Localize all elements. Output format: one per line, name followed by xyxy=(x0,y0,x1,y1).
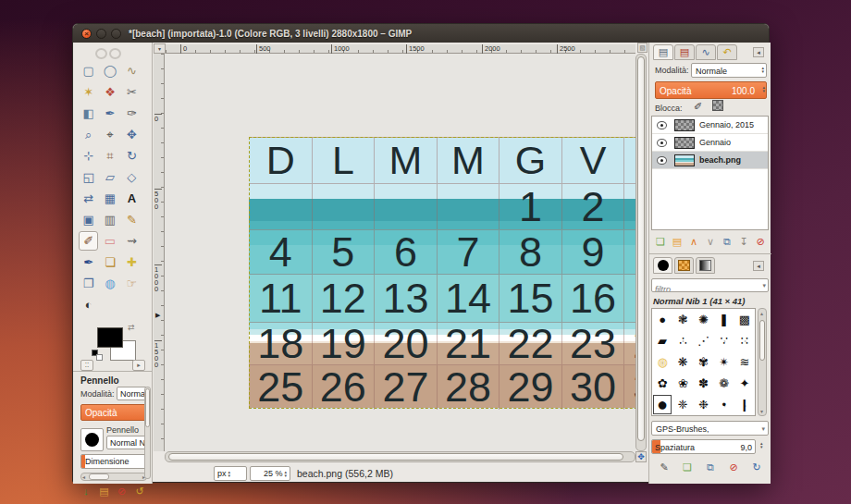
layer-thumbnail[interactable] xyxy=(674,137,695,149)
save-options-button[interactable]: ↓ xyxy=(79,484,93,498)
tool-options-hscrollbar[interactable]: ◂▸ xyxy=(80,473,147,481)
calendar-image[interactable]: DLMMGVS123456789101112131415161718192021… xyxy=(249,137,635,409)
vertical-scrollbar[interactable] xyxy=(635,54,647,451)
brush-swatch[interactable]: ≋ xyxy=(734,351,755,373)
brush-name-button[interactable]: Normal N xyxy=(106,436,147,449)
brush-swatch[interactable]: ∵ xyxy=(714,330,734,351)
default-colors-icon[interactable] xyxy=(92,350,103,361)
layer-row[interactable]: Gennaio, 2015 xyxy=(652,117,768,134)
toolbox-config-icon[interactable]: ⁚⁚ xyxy=(80,360,93,371)
duplicate-brush-button[interactable]: ⧉ xyxy=(703,460,718,474)
new-layer-button[interactable]: ❏ xyxy=(653,234,668,249)
tool-text[interactable]: A xyxy=(122,189,142,208)
tool-eraser[interactable]: ▭ xyxy=(100,231,119,251)
brush-preview-button[interactable] xyxy=(80,428,104,451)
brush-swatch[interactable]: ✾ xyxy=(693,351,713,373)
brush-filter-field[interactable]: ▾ xyxy=(651,278,769,292)
unit-dropdown[interactable]: px▴▾ xyxy=(214,466,247,481)
tool-bucket-fill[interactable]: ▣ xyxy=(79,210,98,229)
tool-perspective[interactable]: ◇ xyxy=(122,167,142,187)
brushes-menu-button[interactable]: ◂ xyxy=(753,261,764,271)
raise-layer-button[interactable]: ∧ xyxy=(686,234,701,249)
visibility-eye-icon[interactable] xyxy=(657,156,667,165)
visibility-eye-icon[interactable] xyxy=(657,121,667,129)
duplicate-layer-button[interactable]: ⧉ xyxy=(720,234,734,249)
tool-gradient[interactable]: ▥ xyxy=(100,210,119,229)
zoom-spinner[interactable]: 25 %▴▾ xyxy=(250,466,290,481)
layer-name[interactable]: beach.png xyxy=(699,155,741,165)
layer-name[interactable]: Gennaio xyxy=(699,138,731,147)
layer-name[interactable]: Gennaio, 2015 xyxy=(699,120,754,129)
zoom-follow-window-button[interactable]: ▧ xyxy=(637,43,648,53)
brush-swatch[interactable]: ❚ xyxy=(714,309,734,330)
brush-swatch[interactable]: ∷ xyxy=(734,330,755,351)
brush-swatch[interactable]: ∴ xyxy=(672,330,693,351)
tool-heal[interactable]: ✚ xyxy=(122,252,142,272)
lock-alpha-icon[interactable] xyxy=(712,100,723,111)
tool-shear[interactable]: ▱ xyxy=(100,167,119,187)
tool-ink[interactable]: ✒ xyxy=(79,252,98,272)
brush-grid-scrollbar[interactable]: ▴▾ xyxy=(758,308,767,416)
tool-rectangle-select[interactable]: ▢ xyxy=(79,61,98,80)
tool-dodge-burn[interactable]: ◐ xyxy=(79,295,98,314)
brush-swatch[interactable]: ⋰ xyxy=(693,330,713,351)
tool-zoom[interactable]: ⌕ xyxy=(79,125,98,144)
reset-options-button[interactable]: ↺ xyxy=(132,484,147,498)
visibility-eye-icon[interactable] xyxy=(657,139,667,147)
horizontal-scrollbar[interactable] xyxy=(165,451,635,462)
tool-crop[interactable]: ⌗ xyxy=(100,146,119,166)
brush-swatch[interactable]: ▩ xyxy=(734,309,755,330)
layer-row[interactable]: Gennaio xyxy=(652,134,768,152)
tool-rotate[interactable]: ↻ xyxy=(122,146,142,166)
layer-opacity-slider[interactable]: Opacità 100.0 ▴▾ xyxy=(655,81,767,99)
brush-swatch[interactable]: • xyxy=(714,394,734,415)
spacing-slider[interactable]: Spaziatura 9,0 xyxy=(651,439,756,454)
brush-swatch[interactable]: ✦ xyxy=(734,373,755,394)
brush-swatch[interactable]: ❙ xyxy=(734,394,755,415)
tool-clone[interactable]: ❏ xyxy=(100,252,119,272)
brush-swatch[interactable]: ✴ xyxy=(714,351,734,373)
tool-move[interactable]: ✥ xyxy=(122,125,142,144)
horizontal-ruler[interactable]: ▼05001000150020002500 xyxy=(166,44,635,54)
tool-free-select[interactable]: ∿ xyxy=(122,61,142,80)
maximize-button[interactable] xyxy=(111,29,121,39)
tab-paths[interactable]: ∿ xyxy=(696,44,716,60)
new-brush-button[interactable]: ❏ xyxy=(680,460,695,474)
brush-swatch[interactable]: ● xyxy=(652,309,672,330)
tab-undo-history[interactable]: ↶ xyxy=(717,44,737,60)
refresh-brushes-button[interactable]: ↻ xyxy=(749,460,764,474)
spacing-spinner[interactable]: ▴▾ xyxy=(760,441,763,449)
layer-thumbnail[interactable] xyxy=(674,119,695,131)
mode-dropdown[interactable]: Norma xyxy=(117,387,147,400)
tool-blur-sharpen[interactable]: ◍ xyxy=(100,274,119,293)
tool-measure[interactable]: ⌖ xyxy=(100,125,119,144)
vertical-ruler[interactable]: ▶050010001500 xyxy=(154,54,165,451)
layer-thumbnail[interactable] xyxy=(674,154,695,166)
tool-select-by-color[interactable]: ❖ xyxy=(100,82,119,102)
toolbox-menu-icon[interactable]: ▸ xyxy=(132,360,145,371)
lock-pixels-icon[interactable]: ✐ xyxy=(694,101,702,113)
tool-smudge[interactable]: ☞ xyxy=(122,274,142,293)
new-layer-group-button[interactable]: ▤ xyxy=(670,234,684,249)
anchor-layer-button[interactable]: ↧ xyxy=(736,234,751,249)
titlebar[interactable]: × *[beach] (importata)-1.0 (Colore RGB, … xyxy=(73,24,769,43)
brush-swatch[interactable]: ▰ xyxy=(652,330,672,351)
tool-perspective-clone[interactable]: ❐ xyxy=(79,274,98,293)
tool-pencil[interactable]: ✎ xyxy=(122,210,142,229)
tool-cage-transform[interactable]: ▦ xyxy=(100,189,119,208)
tool-color-picker[interactable]: ✑ xyxy=(122,104,142,123)
tab-layers[interactable]: ▤ xyxy=(653,44,673,60)
canvas-viewport[interactable]: DLMMGVS123456789101112131415161718192021… xyxy=(165,54,635,451)
opacity-slider[interactable]: Opacità xyxy=(80,404,147,421)
tool-options-vscrollbar[interactable] xyxy=(144,387,151,479)
tool-airbrush[interactable]: ⇝ xyxy=(122,231,142,251)
restore-options-button[interactable]: ▤ xyxy=(96,484,111,498)
tab-channels[interactable]: ▤ xyxy=(674,44,695,60)
tab-brushes[interactable] xyxy=(653,257,672,274)
swap-colors-icon[interactable]: ⇄ xyxy=(128,323,135,332)
tool-flip[interactable]: ⇄ xyxy=(79,189,98,208)
tool-foreground-select[interactable]: ◧ xyxy=(79,104,98,123)
tab-gradients[interactable] xyxy=(696,257,715,274)
layer-row[interactable]: beach.png xyxy=(652,152,768,169)
minimize-button[interactable] xyxy=(96,29,106,39)
